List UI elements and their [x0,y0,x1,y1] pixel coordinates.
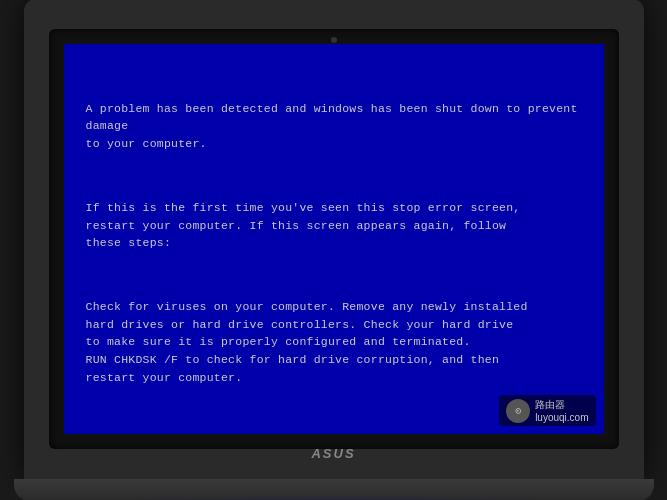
watermark-text: 路由器 luyouqi.com [535,398,588,423]
bsod-screen: A problem has been detected and windows … [64,44,604,434]
bsod-paragraph-1: A problem has been detected and windows … [86,100,582,153]
ambient-light [84,496,584,500]
bsod-paragraph-3: Check for viruses on your computer. Remo… [86,298,582,387]
laptop-brand: ASUS [311,446,355,461]
watermark-icon: ⊙ [506,399,530,423]
camera-dot [331,37,337,43]
bsod-text: A problem has been detected and windows … [86,64,582,434]
laptop-wrapper: A problem has been detected and windows … [14,0,654,500]
watermark: ⊙ 路由器 luyouqi.com [499,395,595,426]
bsod-paragraph-2: If this is the first time you've seen th… [86,199,582,252]
laptop-lid: A problem has been detected and windows … [24,0,644,479]
screen-bezel: A problem has been detected and windows … [49,29,619,449]
